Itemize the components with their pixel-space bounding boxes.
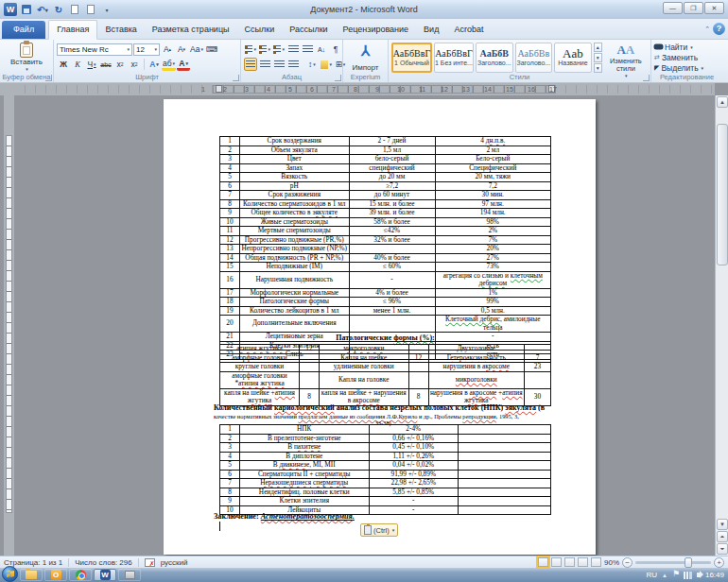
styles-scroll-down-icon[interactable]: ▼ [594,53,602,62]
table-cell[interactable]: атипия жгутика [220,345,300,354]
table-cell[interactable]: 6 [220,181,240,191]
table-cell[interactable]: В диакинезе, MI, MII [240,461,370,471]
table-cell[interactable]: 10 [220,217,240,227]
italic-icon[interactable]: К [71,58,84,71]
clock[interactable]: 16:49 [705,571,724,579]
table-cell[interactable]: 97 млн. [435,199,551,209]
table-cell[interactable]: Общее количество в эякуляте [240,209,350,218]
table-cell[interactable]: нарушения в акросоме [428,363,525,372]
table-cell[interactable]: 32% и более [349,235,435,245]
table-cell[interactable] [349,245,435,254]
collapse-ribbon-icon[interactable]: ⌃ [704,26,710,33]
table-cell[interactable]: 30 мин. [435,191,551,200]
vertical-scrollbar[interactable]: ▤ ▲ ▼ ⏶ ⏷ [715,95,728,556]
replace-button[interactable]: ⇄Заменить [654,52,719,62]
table-cell[interactable]: 3 [220,443,240,453]
table-cell[interactable]: 7 [220,479,240,488]
table-cell[interactable]: В прелептотене-зиготене [240,434,370,443]
table-cell[interactable]: Морфологически нормальные [240,288,350,298]
tab-file[interactable]: Файл [2,21,45,39]
table-cell[interactable]: 13 [220,245,240,254]
table-cell[interactable]: бело-серый [349,155,435,164]
table-cell[interactable]: 5,85 +/- 0,85% [369,488,459,497]
pilcrow-icon[interactable]: ¶ [329,43,342,56]
horizontal-ruler[interactable]: 1234567891011121314151617 [0,83,715,95]
table-cell[interactable]: 11 [220,227,240,236]
table-cell[interactable]: Срок воздержания [240,137,350,146]
table-cell[interactable]: 0,5 млн. [435,306,551,316]
styles-scroll-up-icon[interactable]: ▲ [594,43,602,52]
action-center-flag-icon[interactable] [672,572,679,579]
tab-mailings[interactable]: Рассылки [282,21,335,39]
table-cell[interactable] [459,505,551,515]
grow-font-icon[interactable]: А▴ [161,43,174,56]
zoom-in-icon[interactable]: + [714,557,724,568]
table-cell[interactable]: 4 [220,452,240,461]
table-cell[interactable]: Вязкость [240,173,350,182]
table-cell[interactable]: 5 [220,461,240,471]
table-cell[interactable] [459,470,551,479]
language-indicator[interactable]: русский [161,558,188,567]
justify-icon[interactable] [286,58,300,71]
sort-icon[interactable]: А↓ [315,43,328,56]
table-cell[interactable]: - [369,497,459,506]
table-cell[interactable]: Клетки эпителия [240,497,370,506]
import-button[interactable]: ⅄ Импорт [346,42,385,73]
tab-acrobat[interactable]: Acrobat [446,21,491,39]
vertical-ruler[interactable] [4,95,14,556]
style-heading2[interactable]: АаБбВв Заголово... [515,43,553,73]
show-hidden-icons[interactable]: ▲ [662,573,667,578]
paste-button[interactable]: Вставить ▾ [3,42,50,73]
table-cell[interactable]: 3 [220,155,240,164]
table-cell[interactable] [459,488,551,497]
undo-icon[interactable]: ↶▾ [35,2,50,17]
table-cell[interactable]: Сперматоциты II + сперматиды [240,470,370,479]
start-button[interactable] [2,566,18,582]
table-cell[interactable]: 58% и более [349,217,435,227]
previous-page-icon[interactable]: ⏶ [717,531,728,542]
zoom-slider-thumb[interactable] [685,557,692,568]
table-cell[interactable]: 1,11 +/- 0,26% [369,452,459,461]
align-right-icon[interactable] [272,58,286,71]
table-cell[interactable]: В пахитене [240,443,370,453]
table-cell[interactable]: Общая подвижность (PR + NP,%) [240,253,350,263]
multilevel-list-icon[interactable]: ▾ [272,43,286,56]
tab-review[interactable]: Рецензирование [336,21,417,39]
increase-indent-icon[interactable] [301,43,314,56]
outline-view-icon[interactable] [578,557,588,567]
change-styles-button[interactable]: АА Изменить стили ▾ [604,42,648,73]
table-cell[interactable]: 15 млн. и более [349,199,435,209]
table-cell[interactable]: 7% [435,235,551,245]
table-cell[interactable]: 4% и более [349,288,435,298]
help-icon[interactable]: ? [713,23,725,35]
shading-icon[interactable]: ▾ [320,58,333,71]
table-cell[interactable]: - [369,505,459,515]
table-cell[interactable] [459,479,551,488]
line-spacing-icon[interactable]: ↕▾ [305,58,319,71]
scroll-down-icon[interactable]: ▼ [717,519,728,530]
table-cell[interactable]: Цвет [240,155,350,164]
table-cell[interactable]: 22,98 +/- 2,65% [369,479,459,488]
print-preview-icon[interactable] [83,2,98,17]
redo-icon[interactable]: ↻ [51,2,66,17]
table-cell[interactable]: 98% [435,217,551,227]
table-cell[interactable]: 27% [435,253,551,263]
subscript-icon[interactable]: x2 [113,58,127,71]
table-cell[interactable]: 91,99 +/- 0,89% [369,470,459,479]
zoom-slider[interactable] [635,561,711,564]
table-cell[interactable]: - [349,271,435,288]
close-button[interactable]: ✕ [704,2,724,14]
style-heading1[interactable]: АаБбВ Заголово... [476,43,513,73]
style-title[interactable]: Аab Название [554,43,592,73]
left-indent-marker[interactable] [216,85,222,93]
table-cell[interactable]: аморфные головки *атипия жгутика [220,371,300,388]
table-cell[interactable]: Гетероаксиальность [428,353,525,363]
table-cell[interactable]: pH [240,181,350,191]
tab-page-layout[interactable]: Разметка страницы [145,21,237,39]
table-cell[interactable]: Двухголовые [428,345,525,354]
table-cell[interactable]: Капля на шейке [320,353,409,363]
table-cell[interactable]: 0,66 +/- 0,16% [369,434,459,443]
fullscreen-view-icon[interactable] [551,557,562,567]
table-cell[interactable] [459,443,551,453]
table-cell[interactable]: 1 [220,137,240,146]
